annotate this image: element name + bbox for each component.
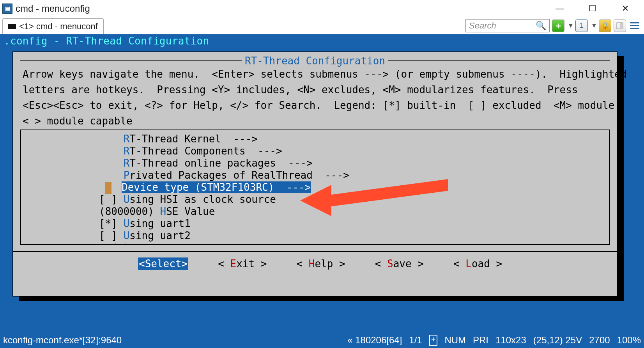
window-title: cmd - menuconfig — [16, 3, 90, 14]
tab-label: <1> cmd - menuconf — [19, 21, 98, 32]
menu-item-5[interactable]: [ ] Using HSI as clock source — [21, 193, 609, 205]
status-process: kconfig-mconf.exe*[32]:9640 — [3, 335, 122, 346]
add-tab-button[interactable]: ＋ — [552, 20, 564, 32]
maximize-button[interactable]: ☐ — [584, 3, 601, 14]
selection-marker — [105, 182, 111, 194]
instructions-line-1: Arrow keys navigate the menu. <Enter> se… — [13, 67, 617, 83]
menu-item-8[interactable]: [ ] Using uart2 — [21, 229, 609, 241]
window-number-dropdown[interactable]: ▼ — [590, 22, 596, 29]
config-header-line: .config - RT-Thread Configuration — [0, 34, 644, 48]
exit-button[interactable]: < Exit > — [218, 257, 267, 270]
dialog-title-row: RT-Thread Configuration — [13, 55, 617, 67]
lock-button[interactable]: 🔒 — [599, 20, 611, 32]
save-button[interactable]: < Save > — [375, 257, 424, 270]
hamburger-icon — [630, 22, 639, 30]
terminal-icon — [8, 24, 16, 29]
status-build: « 180206[64] — [347, 335, 402, 346]
tab-toolbar-row: <1> cmd - menuconf Search 🔍 ＋ ▼ 1 ▼ 🔒 — [0, 17, 644, 34]
menu-item-2[interactable]: RT-Thread online packages ---> — [21, 157, 609, 169]
menu-item-7[interactable]: [*] Using uart1 — [21, 217, 609, 229]
instructions-line-3: <Esc><Esc> to exit, <?> for Help, </> fo… — [13, 98, 617, 114]
status-plus-icon: + — [429, 335, 438, 346]
status-pid: 2700 — [589, 335, 610, 346]
status-zoom: 100% — [617, 335, 641, 346]
search-placeholder: Search — [469, 21, 496, 31]
close-button[interactable]: ✕ — [617, 3, 634, 14]
menu-item-3[interactable]: Privated Packages of RealThread ---> — [21, 169, 609, 181]
svg-rect-3 — [630, 25, 639, 26]
dialog-title: RT-Thread Configuration — [242, 55, 388, 67]
status-tab-count: 1/1 — [409, 335, 422, 346]
menu-button[interactable] — [628, 20, 641, 32]
terminal-area: .config - RT-Thread Configuration RT-Thr… — [0, 34, 644, 332]
svg-rect-1 — [620, 23, 623, 29]
instructions-line-2: letters are hotkeys. Pressing <Y> includ… — [13, 83, 617, 98]
menu-item-1[interactable]: RT-Thread Components ---> — [21, 145, 609, 157]
lock-icon: 🔒 — [601, 21, 609, 30]
menu-item-0[interactable]: RT-Thread Kernel ---> — [21, 133, 609, 145]
window-number-button[interactable]: 1 — [575, 20, 588, 32]
search-input[interactable]: Search 🔍 — [465, 19, 550, 32]
dialog-buttons: <Select> < Exit > < Help > < Save > < Lo… — [13, 251, 617, 275]
window-titlebar: ▣ cmd - menuconfig — ☐ ✕ — [0, 0, 644, 17]
svg-rect-4 — [630, 28, 639, 29]
menu-item-4[interactable]: Device type (STM32F103RC) ---> — [21, 181, 609, 193]
load-button[interactable]: < Load > — [453, 257, 502, 270]
status-cursor: (25,12) 25V — [533, 335, 582, 346]
select-button[interactable]: <Select> — [138, 257, 188, 270]
panel-button[interactable] — [614, 20, 626, 32]
minimize-button[interactable]: — — [551, 3, 568, 14]
tab-cmd-menuconf[interactable]: <1> cmd - menuconf — [2, 18, 104, 34]
status-numlock: NUM — [444, 335, 466, 346]
status-priority: PRI — [473, 335, 488, 346]
more-indicator: ↓(+) — [21, 241, 609, 245]
panel-icon — [616, 22, 623, 29]
app-icon: ▣ — [2, 4, 12, 14]
menu-item-6[interactable]: (8000000) HSE Value — [21, 205, 609, 217]
menu-pane: RT-Thread Kernel ---> RT-Thread Componen… — [20, 130, 610, 245]
instructions-line-4: < > module capable — [13, 114, 617, 130]
status-bar: kconfig-mconf.exe*[32]:9640 « 180206[64]… — [0, 332, 644, 348]
status-size: 110x23 — [495, 335, 526, 346]
add-tab-dropdown[interactable]: ▼ — [567, 22, 573, 29]
help-button[interactable]: < Help > — [297, 257, 345, 270]
svg-rect-2 — [630, 22, 639, 23]
search-icon: 🔍 — [536, 21, 546, 31]
config-dialog: RT-Thread Configuration Arrow keys navig… — [12, 51, 617, 297]
